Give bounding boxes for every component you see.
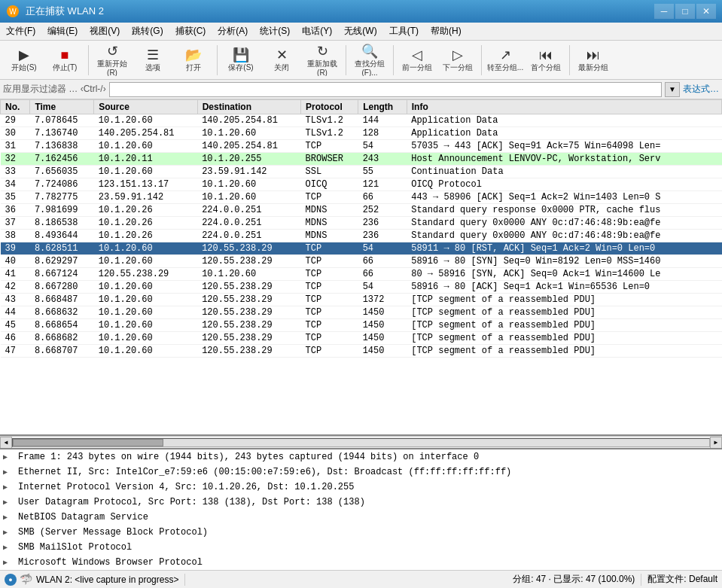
detail-expand-icon[interactable]: ▶ [3,452,15,462]
table-row[interactable]: 357.78277523.59.91.14210.1.20.60TCP66443… [1,191,722,204]
scroll-track[interactable] [12,438,710,447]
cell-length: 1450 [358,319,407,332]
table-row[interactable]: 448.66863210.1.20.60120.55.238.29TCP1450… [1,306,722,319]
filter-input[interactable] [109,82,662,97]
col-header-no[interactable]: No. [1,100,30,114]
toolbar-btn-close[interactable]: ✕关闭 [262,44,301,77]
findpkt-icon: 🔍 [361,44,378,58]
table-row[interactable]: 388.49364410.1.20.26224.0.0.251MDNS236St… [1,230,722,242]
menu-item-无线W[interactable]: 无线(W) [338,23,382,40]
detail-row[interactable]: ▶Frame 1: 243 bytes on wire (1944 bits),… [0,449,722,465]
cell-destination: 120.55.238.29 [197,281,300,294]
filter-expr-btn[interactable]: 表达式… [683,83,719,96]
detail-expand-icon[interactable]: ▶ [3,483,15,492]
toolbar-btn-save[interactable]: 💾保存(S) [221,44,260,77]
table-row[interactable]: 468.66868210.1.20.60120.55.238.29TCP1450… [1,332,722,345]
table-row[interactable]: 347.724086123.151.13.1710.1.20.60OICQ121… [1,178,722,191]
cell-protocol: TCP [301,332,358,345]
restart-label: 重新开始(R) [93,59,131,76]
titlebar-left: W 正在捕获 WLAN 2 [6,5,104,18]
toolbar-btn-findpkt[interactable]: 🔍查找分组(F)... [350,44,389,77]
detail-expand-icon[interactable]: ▶ [3,498,15,507]
toolbar-btn-prevpkt[interactable]: ◁前一分组 [398,44,437,77]
minimize-button[interactable]: ─ [654,4,674,19]
cell-destination: 23.59.91.142 [197,166,300,178]
detail-row[interactable]: ▶Ethernet II, Src: IntelCor_e7:59:e6 (00… [0,465,722,480]
col-header-length[interactable]: Length [358,100,407,114]
col-header-destination[interactable]: Destination [197,100,300,114]
detail-expand-icon[interactable]: ▶ [3,528,15,537]
toolbar-btn-reload[interactable]: ↻重新加载(R) [303,44,342,77]
menu-item-视图V[interactable]: 视图(V) [84,23,126,40]
detail-row[interactable]: ▶Microsoft Windows Browser Protocol [0,555,722,570]
menu-item-电话Y[interactable]: 电话(Y) [296,23,338,40]
filter-dropdown-btn[interactable]: ▼ [665,82,680,97]
menu-item-编辑E[interactable]: 编辑(E) [41,23,84,40]
toolbar-btn-nextpkt[interactable]: ▷下一分组 [438,44,477,77]
packet-table-container[interactable]: No.TimeSourceDestinationProtocolLengthIn… [0,99,722,436]
close-button[interactable]: ✕ [696,4,716,19]
scroll-thumb[interactable] [13,439,163,446]
toolbar-btn-gotopkt[interactable]: ↗转至分组... [486,44,525,77]
toolbar-btn-open[interactable]: 📂打开 [174,44,213,77]
scroll-left-btn[interactable]: ◀ [0,437,12,449]
cell-protocol: TLSv1.2 [301,114,358,127]
toolbar-btn-restart[interactable]: ↺重新开始(R) [93,44,132,77]
table-row[interactable]: 317.13683810.1.20.60140.205.254.81TCP545… [1,140,722,153]
cell-info: Application Data [407,127,721,140]
cell-no: 38 [1,230,30,242]
col-header-time[interactable]: Time [30,100,94,114]
table-row[interactable]: 398.62851110.1.20.60120.55.238.29TCP5458… [1,242,722,255]
cell-time: 8.667124 [30,268,94,281]
detail-expand-icon[interactable]: ▶ [3,468,15,477]
scroll-right-btn[interactable]: ▶ [710,437,722,449]
toolbar-btn-start[interactable]: ▶开始(S) [5,44,44,77]
cell-length: 55 [358,166,407,178]
toolbar-btn-select[interactable]: ☰选项 [133,44,172,77]
table-row[interactable]: 307.136740140.205.254.8110.1.20.60TLSv1.… [1,127,722,140]
toolbar-btn-lastpkt[interactable]: ⏭最新分组 [574,44,613,77]
detail-expand-icon[interactable]: ▶ [3,543,15,552]
menu-item-文件F[interactable]: 文件(F) [0,23,41,40]
detail-row[interactable]: ▶User Datagram Protocol, Src Port: 138 (… [0,495,722,510]
cell-source: 10.1.20.60 [94,345,197,358]
table-row[interactable]: 428.66728010.1.20.60120.55.238.29TCP5458… [1,281,722,294]
detail-row[interactable]: ▶Internet Protocol Version 4, Src: 10.1.… [0,480,722,495]
col-header-source[interactable]: Source [94,100,197,114]
menu-item-捕获C[interactable]: 捕获(C) [169,23,212,40]
table-row[interactable]: 408.62929710.1.20.60120.55.238.29TCP6658… [1,255,722,268]
titlebar-title: 正在捕获 WLAN 2 [26,5,104,18]
table-row[interactable]: 367.98169910.1.20.26224.0.0.251MDNS252St… [1,204,722,217]
detail-row[interactable]: ▶NetBIOS Datagram Service [0,510,722,525]
cell-info: [TCP segment of a reassembled PDU] [407,294,721,306]
maximize-button[interactable]: □ [675,4,695,19]
cell-length: 1450 [358,332,407,345]
cell-no: 33 [1,166,30,178]
toolbar-btn-firstpkt[interactable]: ⏮首个分组 [526,44,565,77]
menu-item-帮助H[interactable]: 帮助(H) [425,23,468,40]
table-row[interactable]: 378.18653810.1.20.26224.0.0.251MDNS236St… [1,217,722,230]
table-row[interactable]: 327.16245610.1.20.1110.1.20.255BROWSER24… [1,153,722,166]
detail-expand-icon[interactable]: ▶ [3,513,15,522]
table-row[interactable]: 337.65603510.1.20.6023.59.91.142SSL55Con… [1,166,722,178]
table-row[interactable]: 418.667124120.55.238.2910.1.20.60TCP6680… [1,268,722,281]
cell-length: 121 [358,178,407,191]
table-row[interactable]: 438.66848710.1.20.60120.55.238.29TCP1372… [1,294,722,306]
detail-row[interactable]: ▶SMB (Server Message Block Protocol) [0,525,722,540]
cell-protocol: TCP [301,191,358,204]
col-header-info[interactable]: Info [407,100,721,114]
cell-protocol: MDNS [301,217,358,230]
menu-item-分析A[interactable]: 分析(A) [212,23,254,40]
table-row[interactable]: 458.66865410.1.20.60120.55.238.29TCP1450… [1,319,722,332]
table-row[interactable]: 297.07864510.1.20.60140.205.254.81TLSv1.… [1,114,722,127]
detail-row[interactable]: ▶SMB MailSlot Protocol [0,540,722,555]
hscroll-bar[interactable]: ◀ ▶ [0,436,722,448]
menu-item-跳转G[interactable]: 跳转(G) [126,23,169,40]
detail-expand-icon[interactable]: ▶ [3,558,15,567]
menu-item-统计S[interactable]: 统计(S) [254,23,296,40]
col-header-protocol[interactable]: Protocol [301,100,358,114]
cell-protocol: OICQ [301,178,358,191]
menu-item-工具T[interactable]: 工具(T) [383,23,425,40]
table-row[interactable]: 478.66870710.1.20.60120.55.238.29TCP1450… [1,345,722,358]
toolbar-btn-stop[interactable]: ■停止(T) [45,44,84,77]
